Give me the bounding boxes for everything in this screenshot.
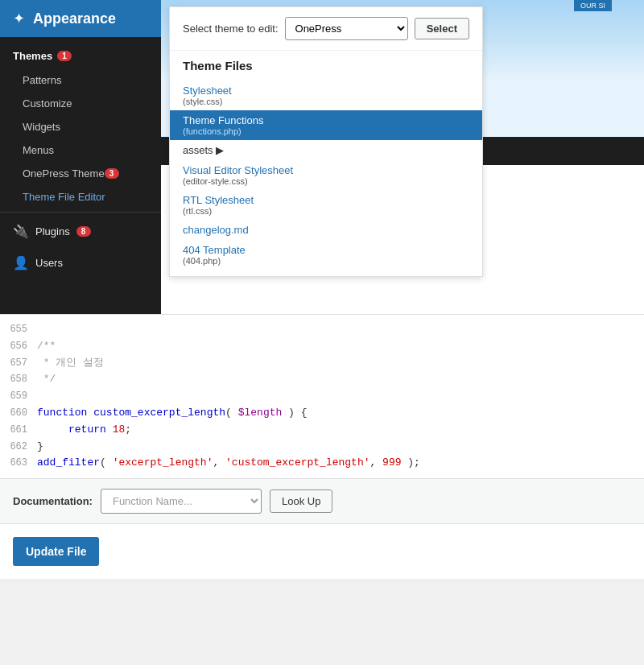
main-top-content: the world, creating t OUR SI 🖥 Responsiv… (161, 0, 644, 314)
theme-functions-sub: (functions.php) (183, 126, 469, 136)
sidebar-item-users[interactable]: 👤 Users (0, 247, 161, 279)
code-section: 655 656 /** 657 * 개인 설정 658 */ 659 660 f… (0, 314, 644, 478)
appearance-icon: ✦ (13, 10, 25, 27)
line-num-660: 660 (0, 406, 37, 421)
customize-label: Customize (23, 97, 72, 109)
theme-file-list: Stylesheet (style.css) Theme Functions (… (170, 77, 482, 276)
themes-label: Themes (13, 50, 52, 62)
code-editor[interactable]: 655 656 /** 657 * 개인 설정 658 */ 659 660 f… (0, 315, 644, 478)
themes-badge: 1 (57, 51, 72, 61)
code-line-660: 660 function custom_excerpt_length( $len… (0, 405, 644, 422)
our-site-label: OUR SI (574, 0, 612, 11)
file-visual-editor-stylesheet[interactable]: Visual Editor Stylesheet (editor-style.c… (170, 160, 482, 190)
line-content-659 (37, 388, 644, 405)
onepress-theme-label: OnePress Theme (23, 167, 105, 180)
documentation-select[interactable]: Function Name... (101, 489, 262, 514)
sidebar-item-themes[interactable]: Themes 1 (0, 43, 161, 68)
theme-select-row: Select theme to edit: OnePress Select (170, 7, 482, 51)
stylesheet-name: Stylesheet (183, 85, 232, 97)
line-num-655: 655 (0, 322, 37, 337)
users-icon: 👤 (13, 255, 29, 271)
widgets-label: Widgets (23, 121, 60, 133)
code-line-656: 656 /** (0, 338, 644, 355)
sidebar-item-plugins[interactable]: 🔌 Plugins 8 (0, 216, 161, 247)
patterns-label: Patterns (23, 74, 61, 86)
lookup-button[interactable]: Look Up (270, 489, 332, 513)
line-content-663: add_filter( 'excerpt_length', 'custom_ex… (37, 455, 644, 472)
sidebar: ✦ Appearance Themes 1 Patterns Customize… (0, 0, 161, 314)
sidebar-item-customize[interactable]: Customize (0, 92, 161, 115)
visual-editor-name: Visual Editor Stylesheet (183, 164, 293, 176)
update-file-button[interactable]: Update File (13, 537, 99, 566)
line-content-658: */ (37, 371, 644, 388)
line-content-655 (37, 321, 644, 338)
sidebar-item-theme-file-editor[interactable]: Theme File Editor (0, 185, 161, 209)
theme-select-label: Select theme to edit: (183, 23, 279, 35)
sidebar-title: Appearance (33, 10, 116, 27)
file-rtl-stylesheet[interactable]: RTL Stylesheet (rtl.css) (170, 190, 482, 220)
folder-assets[interactable]: assets ▶ (170, 140, 482, 160)
line-num-657: 657 (0, 356, 37, 371)
line-num-661: 661 (0, 423, 37, 438)
line-content-657: * 개인 설정 (37, 355, 644, 372)
line-content-662: } (37, 439, 644, 456)
code-line-657: 657 * 개인 설정 (0, 355, 644, 372)
changelog-name: changelog.md (183, 224, 249, 236)
plugins-label: Plugins (35, 225, 70, 238)
sidebar-item-menus[interactable]: Menus (0, 138, 161, 162)
theme-file-editor-label: Theme File Editor (23, 191, 105, 203)
rtl-name: RTL Stylesheet (183, 194, 254, 206)
line-content-661: return 18; (37, 422, 644, 439)
sidebar-item-onepress-theme[interactable]: OnePress Theme 3 (0, 162, 161, 185)
file-stylesheet[interactable]: Stylesheet (style.css) (170, 81, 482, 110)
sidebar-divider (0, 212, 161, 213)
404-template-sub: (404.php) (183, 256, 469, 266)
line-num-663: 663 (0, 456, 37, 471)
sidebar-item-widgets[interactable]: Widgets (0, 115, 161, 138)
select-theme-button[interactable]: Select (415, 18, 469, 39)
line-num-662: 662 (0, 440, 37, 455)
theme-select-dropdown[interactable]: OnePress (285, 17, 408, 40)
code-line-663: 663 add_filter( 'excerpt_length', 'custo… (0, 455, 644, 472)
code-line-655: 655 (0, 321, 644, 338)
theme-files-title: Theme Files (170, 51, 482, 77)
sidebar-nav: Themes 1 Patterns Customize Widgets Menu… (0, 37, 161, 314)
stylesheet-sub: (style.css) (183, 97, 469, 106)
documentation-bar: Documentation: Function Name... Look Up (0, 478, 644, 523)
file-theme-functions[interactable]: Theme Functions (functions.php) (170, 110, 482, 140)
documentation-label: Documentation: (13, 495, 93, 507)
users-label: Users (35, 257, 63, 269)
code-line-659: 659 (0, 388, 644, 405)
line-content-660: function custom_excerpt_length( $length … (37, 405, 644, 422)
line-num-656: 656 (0, 339, 37, 354)
update-section: Update File (0, 523, 644, 579)
line-num-659: 659 (0, 389, 37, 404)
assets-label: assets ▶ (183, 144, 224, 156)
code-line-662: 662 } (0, 439, 644, 456)
plugins-icon: 🔌 (13, 224, 29, 239)
theme-files-panel: Select theme to edit: OnePress Select Th… (169, 6, 483, 277)
plugins-badge: 8 (76, 226, 91, 237)
rtl-sub: (rtl.css) (183, 206, 469, 216)
code-line-658: 658 */ (0, 371, 644, 388)
theme-functions-name: Theme Functions (183, 114, 263, 126)
file-changelog[interactable]: changelog.md (170, 220, 482, 240)
sidebar-item-patterns[interactable]: Patterns (0, 68, 161, 92)
code-line-661: 661 return 18; (0, 422, 644, 439)
404-template-name: 404 Template (183, 244, 246, 256)
menus-label: Menus (23, 144, 54, 156)
file-404-template[interactable]: 404 Template (404.php) (170, 240, 482, 270)
onepress-badge: 3 (105, 168, 119, 179)
visual-editor-sub: (editor-style.css) (183, 176, 469, 186)
line-num-658: 658 (0, 372, 37, 387)
line-content-656: /** (37, 338, 644, 355)
sidebar-header[interactable]: ✦ Appearance (0, 0, 161, 37)
